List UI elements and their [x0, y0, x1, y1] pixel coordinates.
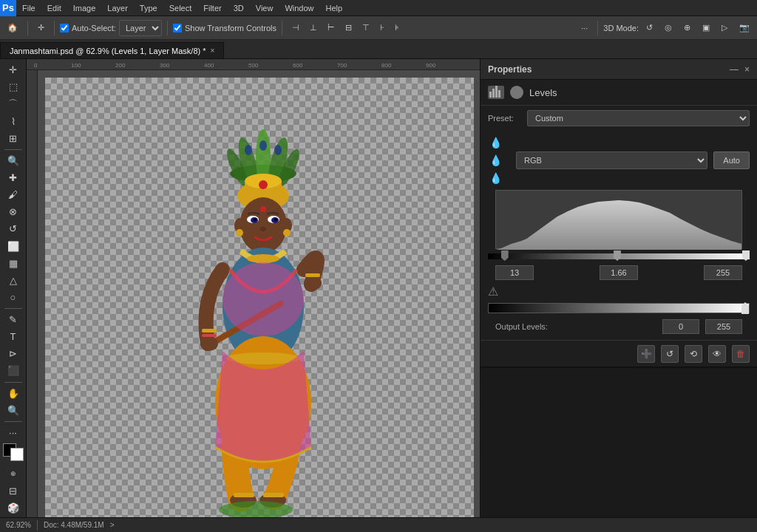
channel-row: 💧 💧 💧 RGB Auto [481, 131, 757, 190]
add-adjustment-button[interactable]: ➕ [637, 345, 655, 363]
tool-crop[interactable]: ⊞ [3, 131, 24, 146]
menu-help[interactable]: Help [320, 0, 349, 16]
transform-checkbox[interactable] [173, 24, 182, 33]
svg-point-35 [283, 229, 291, 236]
tool-hand[interactable]: ✋ [3, 385, 24, 400]
auto-select-checkbox[interactable] [60, 24, 69, 33]
tool-gradient[interactable]: ▦ [3, 256, 24, 271]
right-panel: Properties — × Levels Preset: [480, 59, 757, 519]
3d-orbit[interactable]: ◎ [660, 19, 676, 37]
preset-select[interactable]: Custom [527, 110, 750, 126]
tool-lasso[interactable]: ⌒ [3, 96, 24, 112]
svg-text:600: 600 [293, 62, 303, 69]
align-top[interactable]: ⊤ [358, 19, 374, 37]
channel-select[interactable]: RGB [516, 151, 707, 169]
tool-heal[interactable]: ✚ [3, 170, 24, 185]
tool-history[interactable]: ↺ [3, 221, 24, 236]
align-left[interactable]: ⊣ [288, 19, 304, 37]
layer-select[interactable]: Layer [119, 20, 162, 36]
canvas-scroll-area[interactable] [38, 70, 480, 519]
white-point-input[interactable] [704, 265, 742, 280]
svg-text:300: 300 [160, 62, 170, 69]
panel-close-icon[interactable]: × [744, 64, 750, 75]
warning-icon: ⚠ [488, 284, 498, 299]
output-white-input[interactable] [705, 319, 742, 334]
delete-button[interactable]: 🗑 [732, 345, 750, 363]
tool-shape[interactable]: ⬛ [3, 363, 24, 378]
output-black-input[interactable] [662, 319, 699, 334]
midpoint-input[interactable] [600, 265, 638, 280]
tab-close-button[interactable]: × [211, 47, 215, 55]
canvas[interactable] [45, 78, 474, 519]
tool-eraser[interactable]: ⬜ [3, 238, 24, 253]
eyedropper-black[interactable]: 💧 [488, 135, 503, 150]
menu-select[interactable]: Select [163, 0, 198, 16]
active-tab[interactable]: Janmashtami.psd @ 62.9% (Levels 1, Layer… [0, 42, 224, 58]
tool-eyedropper[interactable]: 🔍 [3, 153, 24, 168]
menu-filter[interactable]: Filter [197, 0, 227, 16]
auto-select-label: Auto-Select: [60, 24, 116, 33]
tool-blur[interactable]: △ [3, 273, 24, 288]
svg-text:200: 200 [115, 62, 126, 69]
menu-bar: Ps File Edit Image Layer Type Select Fil… [0, 0, 757, 16]
align-center-h[interactable]: ⊥ [305, 19, 322, 37]
menu-window[interactable]: Window [279, 0, 319, 16]
menu-image[interactable]: Image [67, 0, 102, 16]
3d-pan[interactable]: ⊕ [679, 19, 695, 37]
auto-button[interactable]: Auto [713, 151, 750, 169]
menu-type[interactable]: Type [134, 0, 163, 16]
output-slider-track[interactable] [488, 303, 750, 313]
visibility-button[interactable]: 👁 [708, 345, 726, 363]
menu-view[interactable]: View [250, 0, 279, 16]
move-tool-button[interactable]: ✛ [33, 19, 49, 37]
tool-brush[interactable]: 🖌 [3, 187, 24, 202]
align-bottom[interactable]: ⊧ [390, 19, 404, 37]
menu-file[interactable]: File [16, 0, 41, 16]
tool-type[interactable]: T [3, 329, 24, 344]
tool-more[interactable]: ··· [3, 425, 24, 440]
eyedropper-gray[interactable]: 💧 [488, 153, 503, 168]
more-button[interactable]: ··· [577, 19, 592, 37]
tool-magic-wand[interactable]: ⌇ [3, 113, 24, 129]
input-levels-row [488, 262, 750, 283]
panel-collapse-icon[interactable]: — [730, 64, 739, 75]
3d-scale[interactable]: ▷ [717, 19, 732, 37]
align-right[interactable]: ⊢ [323, 19, 339, 37]
camera-button[interactable]: 📷 [735, 19, 754, 37]
black-point-input[interactable] [495, 265, 534, 280]
tool-move[interactable]: ✛ [3, 62, 24, 78]
krishna-figure [45, 78, 474, 519]
menu-3d[interactable]: 3D [228, 0, 250, 16]
tool-sep-2 [4, 308, 22, 309]
input-slider-track[interactable] [488, 250, 750, 262]
tool-pen[interactable]: ✎ [3, 312, 24, 327]
3d-rotate[interactable]: ↺ [642, 19, 657, 37]
3d-slide[interactable]: ▣ [698, 19, 714, 37]
levels-title: Levels [529, 87, 557, 98]
tool-clone[interactable]: ⊗ [3, 204, 24, 219]
properties-title: Properties [488, 64, 532, 75]
background-color[interactable] [10, 448, 24, 461]
tool-sep-1 [4, 149, 22, 150]
tool-modes[interactable]: ⊕ [3, 466, 24, 481]
tool-zoom[interactable]: 🔍 [3, 403, 24, 418]
canvas-area[interactable]: 0 100 200 300 400 500 600 700 800 900 [27, 59, 480, 519]
output-white-handle[interactable] [741, 302, 749, 314]
tool-artboard[interactable]: ⊟ [3, 483, 24, 499]
home-button[interactable]: 🏠 [3, 19, 22, 37]
toolbar-sep-1 [27, 21, 28, 35]
color-picker[interactable] [3, 443, 24, 462]
levels-header: Levels [481, 80, 757, 106]
svg-text:400: 400 [204, 62, 214, 69]
tool-3d[interactable]: 🎲 [3, 500, 24, 516]
undo-button[interactable]: ⟲ [685, 345, 702, 363]
tool-rect-select[interactable]: ⬚ [3, 79, 24, 95]
reset-button[interactable]: ↺ [661, 345, 679, 363]
menu-layer[interactable]: Layer [101, 0, 134, 16]
tool-path-select[interactable]: ⊳ [3, 346, 24, 361]
menu-edit[interactable]: Edit [41, 0, 67, 16]
align-distribute[interactable]: ⊟ [341, 19, 356, 37]
align-middle[interactable]: ⊦ [376, 19, 389, 37]
eyedropper-white[interactable]: 💧 [488, 171, 503, 185]
tool-dodge[interactable]: ○ [3, 290, 24, 305]
